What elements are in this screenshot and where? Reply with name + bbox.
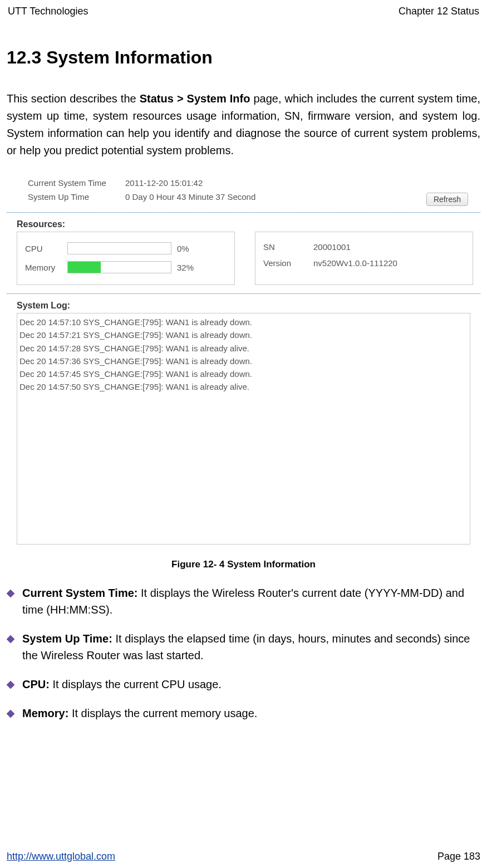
diamond-bullet-icon bbox=[7, 587, 14, 595]
memory-label: Memory bbox=[25, 263, 67, 272]
cpu-meter bbox=[67, 242, 171, 254]
sn-value: 20001001 bbox=[313, 242, 351, 252]
diamond-bullet-icon bbox=[7, 708, 14, 715]
intro-bold: Status > System Info bbox=[140, 92, 250, 105]
header-right: Chapter 12 Status bbox=[399, 6, 479, 17]
list-item-term: Current System Time: bbox=[22, 587, 137, 599]
syslog-line: Dec 20 14:57:36 SYS_CHANGE:[795]: WAN1 i… bbox=[19, 355, 468, 367]
list-item-term: System Up Time: bbox=[22, 632, 112, 645]
definition-list: Current System Time: It displays the Wir… bbox=[7, 585, 480, 722]
syslog-title: System Log: bbox=[17, 301, 470, 311]
uptime-label: System Up Time bbox=[28, 192, 125, 202]
list-item: Current System Time: It displays the Wir… bbox=[7, 585, 480, 618]
footer-link[interactable]: http://www.uttglobal.com bbox=[7, 851, 115, 862]
section-heading: 12.3 System Information bbox=[7, 47, 480, 68]
list-item-text: Memory: It displays the current memory u… bbox=[22, 705, 480, 722]
uptime-value: 0 Day 0 Hour 43 Minute 37 Second bbox=[125, 192, 255, 202]
list-item-definition: It displays the current memory usage. bbox=[68, 707, 257, 719]
intro-paragraph: This section describes the Status > Syst… bbox=[7, 90, 480, 159]
header-left: UTT Technologies bbox=[8, 6, 88, 17]
syslog-line: Dec 20 14:57:45 SYS_CHANGE:[795]: WAN1 i… bbox=[19, 367, 468, 380]
list-item-term: Memory: bbox=[22, 707, 68, 719]
syslog-box[interactable]: Dec 20 14:57:10 SYS_CHANGE:[795]: WAN1 i… bbox=[17, 313, 470, 545]
system-info-screenshot: Current System Time 2011-12-20 15:01:42 … bbox=[7, 170, 480, 547]
cpu-percent: 0% bbox=[177, 244, 189, 253]
syslog-line: Dec 20 14:57:28 SYS_CHANGE:[795]: WAN1 i… bbox=[19, 342, 468, 355]
svg-marker-1 bbox=[7, 635, 14, 643]
list-item-definition: It displays the current CPU usage. bbox=[50, 678, 222, 690]
list-item-term: CPU: bbox=[22, 678, 50, 690]
version-value: nv520Wv1.0.0-111220 bbox=[313, 258, 397, 268]
list-item: System Up Time: It displays the elapsed … bbox=[7, 630, 480, 664]
footer-page: Page 183 bbox=[437, 851, 480, 862]
version-label: Version bbox=[263, 258, 313, 268]
memory-meter bbox=[67, 261, 171, 273]
intro-pre: This section describes the bbox=[7, 92, 140, 105]
list-item-text: System Up Time: It displays the elapsed … bbox=[22, 630, 480, 664]
sn-label: SN bbox=[263, 242, 313, 252]
page-header: UTT Technologies Chapter 12 Status bbox=[7, 6, 480, 18]
svg-marker-0 bbox=[7, 590, 14, 597]
svg-marker-2 bbox=[7, 681, 14, 689]
current-time-label: Current System Time bbox=[28, 178, 125, 188]
resources-title: Resources: bbox=[17, 219, 474, 229]
list-item-text: CPU: It displays the current CPU usage. bbox=[22, 676, 480, 693]
resources-info-box: SN 20001001 Version nv520Wv1.0.0-111220 bbox=[255, 232, 473, 285]
figure-caption: Figure 12- 4 System Information bbox=[7, 559, 480, 570]
syslog-line: Dec 20 14:57:10 SYS_CHANGE:[795]: WAN1 i… bbox=[19, 316, 468, 328]
list-item-text: Current System Time: It displays the Wir… bbox=[22, 585, 480, 618]
diamond-bullet-icon bbox=[7, 679, 14, 686]
memory-meter-fill bbox=[68, 262, 101, 273]
svg-marker-3 bbox=[7, 710, 14, 718]
cpu-label: CPU bbox=[25, 244, 67, 253]
memory-percent: 32% bbox=[177, 263, 194, 272]
current-time-value: 2011-12-20 15:01:42 bbox=[125, 178, 203, 188]
list-item: Memory: It displays the current memory u… bbox=[7, 705, 480, 722]
syslog-line: Dec 20 14:57:21 SYS_CHANGE:[795]: WAN1 i… bbox=[19, 328, 468, 341]
resources-usage-box: CPU 0% Memory 32% bbox=[17, 232, 235, 285]
list-item: CPU: It displays the current CPU usage. bbox=[7, 676, 480, 693]
page-footer: http://www.uttglobal.com Page 183 bbox=[7, 851, 480, 862]
diamond-bullet-icon bbox=[7, 633, 14, 641]
syslog-line: Dec 20 14:57:50 SYS_CHANGE:[795]: WAN1 i… bbox=[19, 380, 468, 393]
refresh-button[interactable]: Refresh bbox=[426, 193, 468, 206]
